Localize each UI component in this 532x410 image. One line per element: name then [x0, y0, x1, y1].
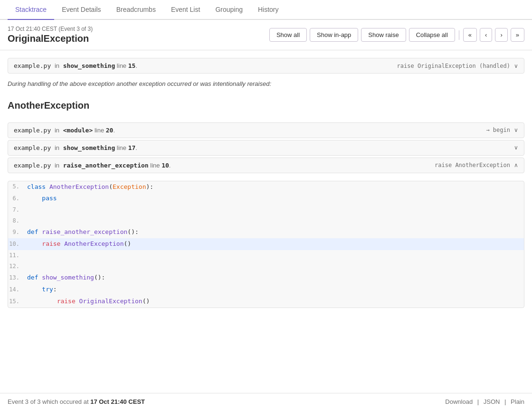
frame-func-2: raise_another_exception — [63, 162, 149, 169]
footer-actions: Download | JSON | Plain — [445, 398, 524, 405]
nav-next-button[interactable]: › — [495, 28, 507, 42]
line-content: class AnotherException(Exception): — [27, 182, 524, 192]
tab-event-details[interactable]: Event Details — [54, 0, 108, 20]
code-line: 6. pass — [8, 193, 524, 205]
frame-line-0: line — [95, 127, 106, 134]
json-link[interactable]: JSON — [484, 398, 500, 405]
frame-text-2: example.py in raise_another_exception li… — [14, 162, 435, 169]
frame-line-num: 15. — [128, 62, 137, 69]
line-number: 6. — [8, 194, 27, 203]
line-number: 11. — [8, 251, 27, 260]
frame-linenum-0: 20. — [106, 127, 115, 134]
frame-row-0[interactable]: example.py in <module> line 20. → begin … — [8, 122, 524, 138]
frame-line-text: line — [117, 62, 128, 69]
tab-grouping[interactable]: Grouping — [208, 0, 250, 20]
frame-filename-0: example.py — [14, 127, 51, 134]
tab-event-list[interactable]: Event List — [163, 0, 208, 20]
main-content: 17 Oct 21:40 CEST (Event 3 of 3) Origina… — [0, 20, 532, 393]
original-exception-section: example.py in show_something line 15. ra… — [0, 50, 532, 74]
collapse-all-button[interactable]: Collapse all — [409, 28, 455, 42]
frame-in-2: in — [55, 162, 61, 169]
frame-func-0: <module> — [63, 127, 93, 134]
footer-sep-2: | — [504, 398, 506, 405]
code-line: 7. — [8, 205, 524, 215]
code-line: 9.def raise_another_exception(): — [8, 226, 524, 238]
chained-message: During handling of the above exception a… — [0, 75, 532, 94]
frame-filename-2: example.py — [14, 162, 51, 169]
event-meta: 17 Oct 21:40 CEST (Event 3 of 3) Origina… — [8, 26, 266, 44]
frame-text-0: example.py in <module> line 20. — [14, 127, 486, 134]
nav-first-button[interactable]: « — [463, 28, 477, 42]
line-number: 13. — [8, 273, 27, 282]
show-in-app-button[interactable]: Show in-app — [310, 28, 358, 42]
code-line: 12. — [8, 261, 524, 272]
toolbar-buttons: Show all Show in-app Show raise Collapse… — [269, 28, 524, 42]
line-number: 9. — [8, 228, 27, 237]
line-content: pass — [27, 194, 524, 204]
show-all-button[interactable]: Show all — [269, 28, 307, 42]
line-content: def show_something(): — [27, 273, 524, 283]
frame-in-1: in — [55, 144, 61, 151]
tab-bar: Stacktrace Event Details Breadcrumbs Eve… — [0, 0, 532, 20]
footer-event-info: Event 3 of 3 which occured at 17 Oct 21:… — [8, 398, 145, 405]
line-number: 15. — [8, 297, 27, 306]
line-number: 12. — [8, 262, 27, 271]
plain-link[interactable]: Plain — [511, 398, 524, 405]
show-raise-button[interactable]: Show raise — [361, 28, 406, 42]
frame-line-2: line — [150, 162, 162, 169]
frame-raise-0: → begin — [486, 127, 510, 133]
line-content: try: — [27, 285, 524, 295]
frame-filename: example.py — [14, 62, 51, 69]
line-number: 14. — [8, 285, 27, 294]
nav-separator — [459, 30, 459, 40]
frame-row-2[interactable]: example.py in raise_another_exception li… — [8, 158, 524, 173]
code-line: 10. raise AnotherException() — [8, 238, 524, 250]
original-exception-frame[interactable]: example.py in show_something line 15. ra… — [8, 58, 524, 74]
tab-stacktrace[interactable]: Stacktrace — [8, 0, 54, 20]
code-line: 13.def show_something(): — [8, 272, 524, 284]
frame-linenum-2: 10. — [162, 162, 171, 169]
frame-toggle-0[interactable]: ∨ — [514, 127, 518, 133]
frame-func: show_something — [63, 62, 115, 69]
frame-toggle[interactable]: ∨ — [514, 63, 518, 69]
footer-event-prefix: Event 3 of 3 which occured at — [8, 398, 90, 405]
line-content: def raise_another_exception(): — [27, 227, 524, 237]
tab-breadcrumbs[interactable]: Breadcrumbs — [109, 0, 163, 20]
code-line: 14. try: — [8, 284, 524, 296]
frame-text: example.py in show_something line 15. — [14, 62, 397, 69]
code-block: 5.class AnotherException(Exception):6. p… — [8, 181, 524, 308]
nav-last-button[interactable]: » — [511, 28, 524, 42]
another-exception-title: AnotherException — [0, 100, 532, 111]
frame-line-1: line — [117, 144, 128, 151]
frame-toggle-2[interactable]: ∧ — [514, 162, 518, 168]
frame-in: in — [55, 62, 59, 69]
frame-func-1: show_something — [63, 144, 115, 151]
code-line: 15. raise OriginalException() — [8, 296, 524, 308]
frame-raise-2: raise AnotherException — [435, 162, 510, 168]
code-line: 8. — [8, 215, 524, 226]
footer-event-timestamp: 17 Oct 21:40 CEST — [90, 398, 145, 405]
frame-in-0: in — [55, 127, 61, 134]
another-exception-section: example.py in <module> line 20. → begin … — [0, 115, 532, 173]
line-number: 8. — [8, 216, 27, 225]
tab-history[interactable]: History — [250, 0, 286, 20]
frame-toggle-1[interactable]: ∨ — [514, 144, 518, 151]
frame-row-1[interactable]: example.py in show_something line 17. ∨ — [8, 140, 524, 156]
line-number: 10. — [8, 240, 27, 249]
line-number: 5. — [8, 182, 27, 191]
line-content: raise OriginalException() — [27, 297, 524, 307]
code-line: 5.class AnotherException(Exception): — [8, 181, 524, 193]
event-timestamp: 17 Oct 21:40 CEST (Event 3 of 3) — [8, 26, 266, 32]
frame-linenum-1: 17. — [128, 144, 137, 151]
frame-text-1: example.py in show_something line 17. — [14, 144, 510, 151]
code-line: 11. — [8, 250, 524, 261]
footer-sep-1: | — [477, 398, 479, 405]
frame-raise-label: raise OriginalException (handled) — [397, 63, 510, 69]
download-link[interactable]: Download — [445, 398, 473, 405]
nav-prev-button[interactable]: ‹ — [480, 28, 492, 42]
footer: Event 3 of 3 which occured at 17 Oct 21:… — [0, 393, 532, 410]
event-header: 17 Oct 21:40 CEST (Event 3 of 3) Origina… — [0, 20, 532, 50]
line-number: 7. — [8, 205, 27, 214]
original-exception-title: OriginalException — [8, 33, 266, 44]
frame-filename-1: example.py — [14, 144, 51, 151]
